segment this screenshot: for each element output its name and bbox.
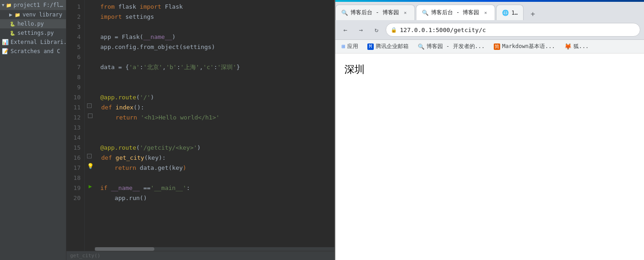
apps-label: 应用 — [347, 43, 358, 50]
scratches-icon: 📝 — [2, 48, 9, 54]
code-content: 1 2 3 4 5 6 7 8 9 10 11 12 13 14 15 16 1… — [66, 0, 334, 251]
expand-arrow-icon: ▼ — [2, 3, 4, 7]
venv-label: venv library — [22, 11, 62, 18]
apps-icon: ⊞ — [342, 43, 345, 50]
bottom-bar: get_city() — [66, 251, 334, 260]
code-line-7: data = {'a': '北京', 'b': '上海', 'c': '深圳'} — [100, 62, 334, 72]
tencent-mail-label: 腾讯企业邮箱 — [376, 43, 409, 50]
tab2-label: 博客后台 - 博客园 — [431, 9, 480, 16]
code-line-12: return '<h1>Hello world</h1>' — [100, 113, 334, 123]
line-numbers: 1 2 3 4 5 6 7 8 9 10 11 12 13 14 15 16 1… — [66, 0, 85, 251]
browser-content: 深圳 — [335, 54, 644, 260]
page-content-text: 深圳 — [344, 64, 365, 75]
code-line-4: app = Flask(__name__) — [100, 32, 334, 42]
project-folder-icon: 📁 — [5, 2, 12, 8]
scratches-label: Scratches and C — [11, 48, 60, 54]
project-label: project1 F:/flas — [13, 2, 64, 8]
code-editor[interactable]: 1 2 3 4 5 6 7 8 9 10 11 12 13 14 15 16 1… — [66, 0, 334, 260]
bookmark-markdown[interactable]: 简 Markdown基本语... — [491, 42, 557, 51]
refresh-button[interactable]: ↻ — [370, 23, 383, 36]
browser-panel: 🔍 博客后台 - 博客园 ✕ 🔍 博客后台 - 博客园 ✕ 🌐 127... +… — [334, 0, 644, 260]
code-line-2: import settings — [100, 12, 334, 22]
bookmarks-bar: ⊞ 应用 M 腾讯企业邮箱 🔍 博客园 - 开发者的... 简 Markdown… — [335, 40, 644, 54]
sidebar-item-venv[interactable]: ▶ 📁 venv library — [0, 10, 66, 19]
fold-icon-16[interactable]: - — [86, 151, 93, 161]
code-line-15: @app.route('/getcity/<key>') — [100, 143, 334, 153]
ide-panel: ▼ 📁 project1 F:/flas ▶ 📁 venv library 🐍 … — [0, 0, 334, 260]
code-lines: from flask import Flask import settings … — [95, 0, 334, 251]
bottom-hint-text: get_city() — [70, 253, 100, 259]
hello-py-icon: 🐍 — [9, 21, 16, 27]
sidebar-item-scratches[interactable]: 📝 Scratches and C — [0, 47, 66, 56]
cnblogs-label: 博客园 - 开发者的... — [426, 43, 485, 50]
code-line-9 — [100, 82, 334, 92]
run-arrow-icon-19[interactable]: ▶ — [87, 181, 94, 191]
code-line-6 — [100, 52, 334, 62]
bookmark-icon-12 — [87, 111, 94, 121]
address-lock-icon: 🔒 — [391, 27, 397, 33]
browser-tab-3[interactable]: 🌐 127... — [496, 5, 524, 20]
gutter: - - 💡 ▶ — [85, 0, 95, 251]
tab3-favicon: 🌐 — [502, 10, 508, 16]
tencent-mail-icon: M — [367, 43, 374, 50]
code-line-5: app.config.from_object(settings) — [100, 42, 334, 52]
venv-folder-icon: 📁 — [14, 11, 21, 18]
venv-arrow-icon: ▶ — [9, 11, 12, 18]
browser-tab-2[interactable]: 🔍 博客后台 - 博客园 ✕ — [416, 5, 496, 20]
sidebar-item-settings-py[interactable]: 🐍 settings.py — [0, 28, 66, 38]
external-libs-label: External Librari... — [11, 39, 66, 45]
sidebar-item-project1[interactable]: ▼ 📁 project1 F:/flas — [0, 0, 66, 10]
settings-py-label: settings.py — [17, 30, 54, 36]
tab1-favicon: 🔍 — [341, 10, 348, 16]
lightbulb-icon-17[interactable]: 💡 — [87, 161, 94, 171]
new-tab-button[interactable]: + — [526, 7, 539, 20]
address-url: 127.0.0.1:5000/getcity/c — [400, 27, 635, 33]
sidebar: ▼ 📁 project1 F:/flas ▶ 📁 venv library 🐍 … — [0, 0, 66, 260]
markdown-icon: 简 — [494, 43, 500, 50]
forward-button[interactable]: → — [355, 23, 367, 36]
browser-tab-1[interactable]: 🔍 博客后台 - 博客园 ✕ — [335, 5, 415, 20]
markdown-label: Markdown基本语... — [502, 43, 555, 50]
scrollbar-thumb[interactable] — [95, 247, 154, 251]
cnblogs-icon: 🔍 — [418, 43, 425, 50]
tab2-favicon: 🔍 — [422, 10, 428, 16]
code-line-18 — [100, 173, 334, 183]
code-line-19: if __name__ == '__main__': — [100, 183, 334, 193]
code-line-14 — [100, 133, 334, 143]
tab1-label: 博客后台 - 博客园 — [350, 9, 399, 16]
bookmark-more[interactable]: 🦊 狐... — [562, 42, 592, 51]
lightbulb-symbol: 💡 — [87, 163, 94, 169]
more-label: 狐... — [573, 43, 589, 50]
browser-tabs: 🔍 博客后台 - 博客园 ✕ 🔍 博客后台 - 博客园 ✕ 🌐 127... + — [335, 2, 644, 20]
address-bar[interactable]: 🔒 127.0.0.1:5000/getcity/c — [386, 23, 640, 37]
code-line-8 — [100, 72, 334, 82]
code-line-1: from flask import Flask — [100, 2, 334, 12]
bookmark-tencent-mail[interactable]: M 腾讯企业邮箱 — [365, 42, 411, 51]
code-line-16: def get_city(key): — [100, 153, 334, 163]
tab1-close-button[interactable]: ✕ — [402, 9, 409, 16]
code-line-11: def index(): — [100, 103, 334, 113]
code-line-10: @app.route('/') — [100, 92, 334, 103]
scrollbar-track[interactable] — [95, 247, 334, 251]
bookmark-cnblogs[interactable]: 🔍 博客园 - 开发者的... — [415, 42, 487, 51]
code-line-13 — [100, 123, 334, 133]
code-line-20: app.run() — [100, 193, 334, 203]
back-button[interactable]: ← — [339, 23, 352, 36]
sidebar-item-external-libs[interactable]: 📊 External Librari... — [0, 38, 66, 47]
bookmark-apps[interactable]: ⊞ 应用 — [339, 42, 361, 51]
tab3-label: 127... — [511, 10, 518, 16]
run-arrow-symbol: ▶ — [88, 183, 92, 190]
code-line-3 — [100, 22, 334, 32]
sidebar-item-hello-py[interactable]: 🐍 hello.py — [0, 19, 66, 28]
fold-icon-11[interactable]: - — [86, 101, 93, 111]
browser-toolbar: ← → ↻ 🔒 127.0.0.1:5000/getcity/c — [335, 20, 644, 40]
settings-py-icon: 🐍 — [9, 30, 16, 36]
more-icon: 🦊 — [564, 43, 572, 50]
tab2-close-button[interactable]: ✕ — [482, 9, 489, 16]
code-line-17: return data.get(key) — [100, 163, 334, 173]
hello-py-label: hello.py — [17, 21, 44, 27]
external-libs-icon: 📊 — [2, 39, 9, 45]
